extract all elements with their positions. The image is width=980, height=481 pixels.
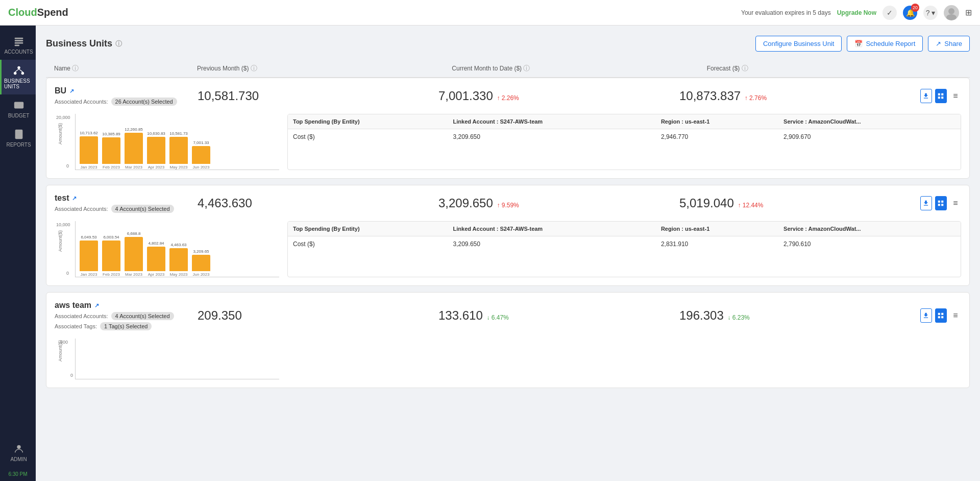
svg-rect-2 (14, 38, 23, 39)
sidebar-item-business-units[interactable]: BUSINESS UNITS (0, 60, 36, 94)
page-info-icon[interactable]: ⓘ (115, 39, 122, 49)
sidebar-budget-label: BUDGET (8, 113, 30, 118)
bu-current-month-2: 133.610 ↓ 6.47% (438, 308, 679, 323)
admin-icon (13, 443, 24, 454)
bu-export-btn-2[interactable] (920, 308, 932, 323)
bu-table-btn-0[interactable] (935, 89, 947, 103)
col-prev-month: Previous Month ($) ⓘ (197, 64, 452, 73)
prev-month-info-icon[interactable]: ⓘ (251, 64, 257, 72)
name-info-icon[interactable]: ⓘ (72, 64, 79, 72)
sidebar-accounts-label: ACCOUNTS (4, 49, 33, 55)
bu-menu-btn-1[interactable]: ≡ (950, 196, 961, 210)
bu-forecast-amount-1: 5,019.040 (679, 196, 734, 210)
sidebar-item-budget[interactable]: BUDGET (0, 94, 36, 124)
bu-name-1: test ↗ (55, 194, 198, 203)
checkmark-icon[interactable]: ✓ (883, 6, 897, 20)
chart-wrapper-0: Amount($) 20,000 0 10,713.62 Jan 2023 (55, 114, 279, 170)
cost-label-0: Cost ($) (288, 129, 448, 145)
bar-0-0: 10,713.62 Jan 2023 (80, 131, 98, 170)
svg-rect-29 (941, 316, 943, 318)
bu-external-link-icon-0[interactable]: ↗ (69, 88, 74, 94)
sidebar-item-reports[interactable]: REPORTS (0, 124, 36, 153)
bu-accounts-0: Associated Accounts: 26 Account(s) Selec… (55, 98, 198, 106)
schedule-report-label: Schedule Report (866, 40, 915, 47)
bu-external-link-icon-2[interactable]: ↗ (94, 302, 99, 309)
sidebar-admin-label: ADMIN (10, 456, 27, 462)
bu-table-btn-1[interactable] (935, 196, 947, 210)
y-axis-label-1: Amount($) (58, 230, 63, 252)
schedule-report-button[interactable]: 📅 Schedule Report (847, 36, 923, 52)
forecast-info-icon[interactable]: ⓘ (742, 64, 748, 72)
bu-name-section-0: BU ↗ Associated Accounts: 26 Account(s) … (55, 86, 198, 106)
export-icon-0 (922, 92, 929, 100)
business-units-icon (13, 65, 24, 76)
bu-accounts-badge-2[interactable]: 4 Account(s) Selected (111, 312, 174, 320)
bu-forecast-amount-2: 196.303 (679, 308, 724, 322)
bu-card-actions-2: ≡ (920, 308, 961, 323)
svg-rect-25 (941, 204, 943, 206)
apps-icon[interactable]: ⊞ (965, 8, 972, 17)
bu-tags-badge-2[interactable]: 1 Tag(s) Selected (100, 322, 152, 330)
bu-accounts-badge-1[interactable]: 4 Account(s) Selected (111, 205, 174, 213)
sidebar-item-admin[interactable]: ADMIN (0, 438, 36, 467)
bu-prev-amount-2: 209.350 (198, 308, 242, 322)
bu-card-header-1: test ↗ Associated Accounts: 4 Account(s)… (46, 185, 969, 221)
bu-name-section-2: aws team ↗ Associated Accounts: 4 Accoun… (55, 301, 198, 330)
region-cost-1: 2,831.910 (656, 236, 778, 252)
bu-name-text-2: aws team (55, 301, 91, 310)
bu-menu-btn-2[interactable]: ≡ (950, 308, 961, 323)
bu-forecast-amount-0: 10,873.837 (679, 89, 741, 103)
bu-accounts-2: Associated Accounts: 4 Account(s) Select… (55, 312, 198, 320)
share-button[interactable]: ↗ Share (928, 36, 970, 52)
bu-card-actions-1: ≡ (920, 196, 961, 210)
sidebar-item-accounts[interactable]: ACCOUNTS (0, 31, 36, 60)
svg-point-17 (17, 445, 20, 449)
main-layout: ACCOUNTS BUSINESS UNITS BUDGET REPORTS A… (0, 26, 980, 481)
bar-1-2: 6,688.8 Mar 2023 (125, 231, 143, 277)
svg-rect-24 (938, 204, 940, 206)
bu-accounts-badge-0[interactable]: 26 Account(s) Selected (111, 98, 177, 106)
cost-label-1: Cost ($) (288, 236, 448, 252)
sidebar-reports-label: REPORTS (6, 142, 31, 148)
bu-name-section-1: test ↗ Associated Accounts: 4 Account(s)… (55, 194, 198, 213)
bu-export-btn-1[interactable] (920, 196, 932, 210)
bu-tags-2: Associated Tags: 1 Tag(s) Selected (55, 322, 198, 330)
main-content: Business Units ⓘ Configure Business Unit… (36, 26, 980, 481)
page-title: Business Units ⓘ (46, 38, 122, 49)
spending-header-service-1: Service : AmazonCloudWat... (778, 222, 961, 236)
share-label: Share (944, 40, 962, 47)
export-icon-1 (922, 200, 929, 207)
help-icon[interactable]: ? ▾ (923, 6, 938, 20)
current-info-icon[interactable]: ⓘ (523, 64, 530, 72)
bu-table-btn-2[interactable] (935, 308, 947, 323)
bu-current-change-2: ↓ 6.47% (486, 314, 508, 321)
notification-icon[interactable]: 🔔 20 (903, 6, 917, 20)
col-forecast-text: Forecast ($) (707, 65, 740, 72)
bu-spending-table-1: Top Spending (By Entity) Linked Account … (287, 221, 961, 277)
bu-forecast-change-2: ↓ 6.23% (727, 314, 749, 321)
bu-external-link-icon-1[interactable]: ↗ (72, 195, 77, 202)
page-header: Business Units ⓘ Configure Business Unit… (46, 36, 970, 52)
bu-forecast-2: 196.303 ↓ 6.23% (679, 308, 920, 323)
configure-bu-button[interactable]: Configure Business Unit (755, 36, 842, 52)
bu-card-header-0: BU ↗ Associated Accounts: 26 Account(s) … (46, 78, 969, 114)
bu-prev-month-1: 4,463.630 (198, 196, 438, 210)
logo[interactable]: CloudSpend (8, 7, 68, 18)
svg-rect-19 (941, 93, 943, 95)
table-icon-0 (937, 92, 944, 100)
y-max-label-1: 10,000 (56, 222, 70, 227)
bu-export-btn-0[interactable] (920, 89, 932, 103)
avatar[interactable] (944, 5, 959, 20)
svg-rect-4 (14, 42, 23, 44)
spending-header-service-0: Service : AmazonCloudWat... (778, 114, 961, 129)
chart-wrapper-2: Amount($) 500 0 (55, 339, 279, 379)
upgrade-link[interactable]: Upgrade Now (837, 9, 876, 16)
y-max-label-2: 500 (60, 340, 68, 345)
notification-badge: 20 (911, 4, 919, 12)
page-title-text: Business Units (46, 38, 112, 49)
bu-card-header-2: aws team ↗ Associated Accounts: 4 Accoun… (46, 293, 969, 339)
svg-point-1 (946, 14, 957, 20)
bu-menu-btn-0[interactable]: ≡ (950, 89, 961, 103)
bar-0-4: 10,581.73 May 2023 (169, 131, 188, 170)
bu-prev-amount-1: 4,463.630 (198, 196, 252, 210)
